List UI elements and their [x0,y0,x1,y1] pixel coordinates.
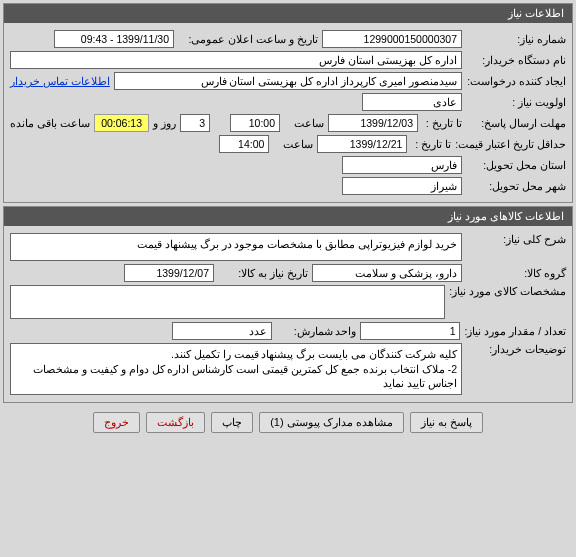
group-label: گروه کالا: [466,267,566,279]
goods-info-section: اطلاعات کالاهای مورد نیاز شرح کلی نیاز: … [3,206,573,403]
respond-button[interactable]: پاسخ به نیاز [410,412,483,433]
remaining-label: ساعت باقی مانده [10,117,90,130]
need-info-section: اطلاعات نیاز شماره نیاز: 129900015000030… [3,3,573,203]
spec-value [10,285,445,319]
general-desc-label: شرح کلی نیاز: [466,233,566,245]
validity-time-value: 14:00 [219,135,269,153]
delivery-province-label: استان محل تحویل: [466,159,566,171]
buyer-notes-label: توضیحات خریدار: [466,343,566,355]
delivery-province-value: فارس [342,156,462,174]
contact-link[interactable]: اطلاعات تماس خریدار [10,75,110,87]
validity-to-date-label: تا تاریخ : [411,138,451,151]
days-label: روز و [153,117,176,130]
need-number-value: 1299000150000307 [322,30,462,48]
countdown-timer: 00:06:13 [94,114,149,132]
need-date-value: 1399/12/07 [124,264,214,282]
footer-buttons: پاسخ به نیاز مشاهده مدارک پیوستی (1) چاپ… [0,406,576,439]
priority-label: اولویت نیاز : [466,96,566,108]
qty-value: 1 [360,322,460,340]
validity-label: حداقل تاریخ اعتبار قیمت: [455,138,566,150]
to-date-label: تا تاریخ : [422,117,462,130]
group-value: دارو، پزشکی و سلامت [312,264,462,282]
response-date-value: 1399/12/03 [328,114,418,132]
need-date-label: تاریخ نیاز به کالا: [218,267,308,279]
delivery-city-label: شهر محل تحویل: [466,180,566,192]
creator-label: ایجاد کننده درخواست: [466,75,566,87]
need-info-header: اطلاعات نیاز [4,4,572,23]
delivery-city-value: شیراز [342,177,462,195]
response-deadline-label: مهلت ارسال پاسخ: [466,117,566,129]
time-label-2: ساعت [273,138,313,151]
creator-value: سیدمنصور امیری کارپرداز اداره کل بهزیستی… [114,72,462,90]
need-number-label: شماره نیاز: [466,33,566,45]
unit-label: واحد شمارش: [276,325,356,337]
days-value: 3 [180,114,210,132]
time-label-1: ساعت [284,117,324,130]
general-desc-value: خرید لوازم فیزیوتراپی مطابق با مشخصات مو… [10,233,462,261]
public-datetime-label: تاریخ و ساعت اعلان عمومی: [178,33,318,45]
exit-button[interactable]: خروج [93,412,140,433]
public-datetime-value: 1399/11/30 - 09:43 [54,30,174,48]
validity-date-value: 1399/12/21 [317,135,407,153]
back-button[interactable]: بازگشت [146,412,205,433]
qty-label: تعداد / مقدار مورد نیاز: [464,325,566,337]
buyer-value: اداره کل بهزیستی استان فارس [10,51,462,69]
response-time-value: 10:00 [230,114,280,132]
priority-value: عادی [362,93,462,111]
buyer-label: نام دستگاه خریدار: [466,54,566,66]
buyer-notes-value: کلیه شرکت کنندگان می بایست برگ پیشنهاد ق… [10,343,462,395]
attachments-button[interactable]: مشاهده مدارک پیوستی (1) [259,412,404,433]
unit-value: عدد [172,322,272,340]
goods-info-header: اطلاعات کالاهای مورد نیاز [4,207,572,226]
print-button[interactable]: چاپ [211,412,253,433]
spec-label: مشخصات کالای مورد نیاز: [449,285,566,297]
